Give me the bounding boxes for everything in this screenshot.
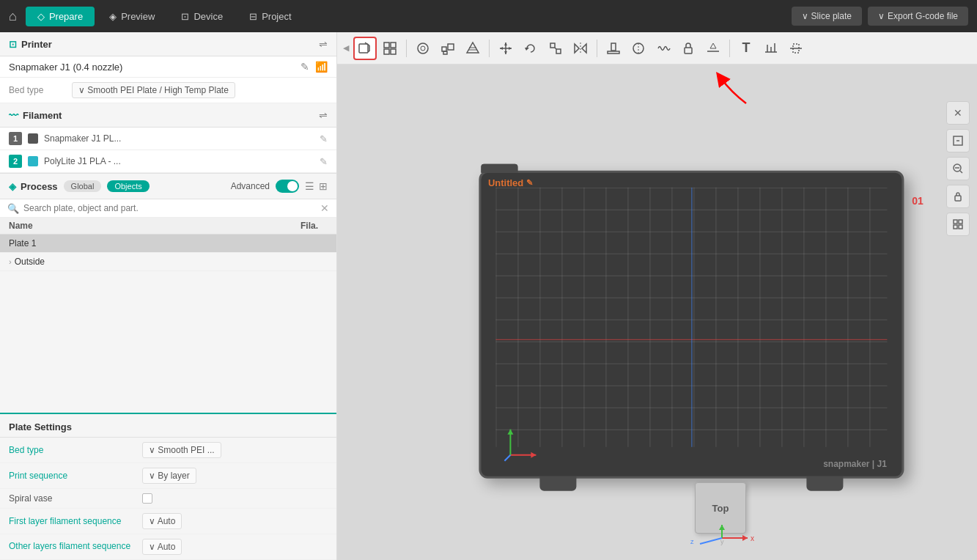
svg-rect-53	[955, 196, 961, 201]
svg-rect-0	[359, 44, 368, 53]
filament-icon: 〰	[9, 110, 18, 121]
svg-rect-33	[685, 48, 692, 54]
list-item-plate1[interactable]: Plate 1	[0, 235, 336, 253]
lock-button[interactable]	[676, 37, 700, 60]
process-icons: ☰ ⊞	[305, 180, 328, 192]
svg-rect-54	[954, 220, 957, 224]
flatten-button[interactable]	[701, 37, 725, 60]
object-list: Name Fila. Plate 1 › Outside	[0, 218, 336, 413]
lock-view-button[interactable]	[946, 185, 970, 208]
wifi-icon[interactable]: 📶	[315, 61, 328, 73]
top-nav: ⌂ ◇ Prepare ◈ Preview ⊡ Device ⊟ Project…	[0, 0, 977, 32]
filament-item-2[interactable]: 2 PolyLite J1 PLA - ... ✎	[0, 150, 336, 173]
grid-view-button[interactable]	[378, 37, 402, 60]
svg-line-64	[700, 538, 722, 544]
printer-edit-icon[interactable]: ✎	[301, 61, 309, 73]
filament-edit-2[interactable]: ✎	[320, 156, 328, 167]
setting-bed-type-select[interactable]: ∨ Smooth PEI ...	[142, 442, 221, 458]
setting-first-layer: First layer filament sequence ∨ Auto	[0, 509, 336, 534]
setting-print-seq-select[interactable]: ∨ By layer	[142, 468, 196, 484]
setting-other-layers-select[interactable]: ∨ Auto	[142, 539, 182, 555]
svg-line-51	[960, 171, 962, 173]
global-tag-button[interactable]: Global	[64, 180, 102, 192]
svg-marker-22	[525, 48, 529, 51]
slice-plate-button[interactable]: ∨ Slice plate	[792, 7, 862, 26]
tab-device[interactable]: ⊡ Device	[169, 7, 235, 26]
svg-point-9	[421, 46, 425, 51]
export-gcode-button[interactable]: ∨ Export G-code file	[868, 7, 968, 26]
zoom-out-button[interactable]	[946, 157, 970, 180]
cut-button[interactable]	[784, 37, 808, 60]
filament-edit-1[interactable]: ✎	[320, 133, 328, 144]
orientation-cube[interactable]: Top x y z	[689, 479, 755, 545]
close-sidebar-button[interactable]: ✕	[946, 101, 970, 125]
arrange-button[interactable]	[436, 37, 460, 60]
fuzzy-button[interactable]	[652, 37, 675, 60]
svg-point-31	[633, 43, 644, 54]
printer-bed: Untitled ✎ snapmaker | J1 01	[479, 171, 904, 479]
filament-settings-icon[interactable]: ⇌	[319, 109, 328, 121]
filament-header-icons: ⇌	[319, 109, 328, 121]
export-dropdown-arrow[interactable]: ∨	[878, 11, 885, 21]
plate-number: 01	[912, 195, 923, 207]
process-left: ◈ Process Global Objects	[9, 180, 150, 192]
tab-preview[interactable]: ◈ Preview	[97, 7, 166, 26]
printer-section-header: ⊡ Printer ⇌	[0, 32, 336, 56]
svg-rect-12	[443, 51, 447, 54]
toolbar-arrow-left[interactable]: ◀	[343, 43, 349, 53]
printer-settings-icon[interactable]: ⇌	[319, 38, 328, 50]
slice-dropdown-arrow[interactable]: ∨	[802, 11, 808, 21]
search-clear-icon[interactable]: ✕	[320, 202, 329, 214]
setting-print-sequence: Print sequence ∨ By layer	[0, 463, 336, 489]
tab-prepare[interactable]: ◇ Prepare	[26, 7, 95, 26]
spiral-vase-checkbox[interactable]	[142, 493, 152, 504]
process-grid-icon[interactable]: ⊞	[319, 180, 328, 192]
bed-type-row: Bed type ∨ Smooth PEI Plate / High Temp …	[0, 78, 336, 103]
scale-button[interactable]	[544, 37, 567, 60]
svg-rect-55	[959, 220, 962, 224]
printer-name-icons: ✎ 📶	[301, 61, 328, 73]
setting-first-layer-select[interactable]: ∨ Auto	[142, 513, 182, 529]
support-button[interactable]	[602, 37, 625, 60]
rotate-button[interactable]	[519, 37, 542, 60]
setting-first-layer-label: First layer filament sequence	[9, 516, 133, 526]
svg-rect-30	[608, 51, 619, 54]
process-list-icon[interactable]: ☰	[305, 180, 314, 192]
home-icon[interactable]: ⌂	[9, 9, 17, 24]
device-icon: ⊡	[181, 11, 189, 22]
bed-type-select[interactable]: ∨ Smooth PEI Plate / High Temp Plate	[72, 82, 235, 98]
tab-project[interactable]: ⊟ Project	[237, 7, 303, 26]
objects-tag-button[interactable]: Objects	[107, 180, 149, 192]
text-button[interactable]: T	[734, 37, 758, 60]
slice-icon[interactable]	[461, 37, 484, 60]
setting-bed-type-label: Bed type	[9, 445, 133, 455]
toolbar-sep-2	[489, 40, 490, 57]
advanced-toggle[interactable]	[276, 180, 299, 193]
toolbar-sep-1	[406, 40, 407, 57]
plate-title: Untitled ✎	[488, 177, 533, 188]
toolbar-sep-3	[597, 40, 597, 57]
printer-header-icons: ⇌	[319, 38, 328, 50]
add-object-button[interactable]	[353, 37, 377, 60]
filament-swatch-2	[28, 156, 38, 166]
main-layout: ⊡ Printer ⇌ Snapmaker J1 (0.4 nozzle) ✎ …	[0, 32, 977, 560]
move-button[interactable]	[494, 37, 517, 60]
view-options-button[interactable]	[946, 213, 970, 236]
plate-edit-icon[interactable]: ✎	[526, 178, 533, 188]
viewport: Untitled ✎ snapmaker | J1 01	[337, 65, 977, 560]
col-fila-header: Fila.	[291, 221, 328, 231]
orientation-cube-area: Top x y z	[689, 479, 755, 545]
zoom-fit-button[interactable]	[946, 129, 970, 152]
search-input[interactable]	[23, 203, 316, 213]
advanced-label: Advanced	[231, 181, 270, 191]
orient-button[interactable]	[411, 37, 435, 60]
svg-marker-46	[507, 430, 513, 435]
svg-text:z: z	[690, 538, 694, 545]
filament-item-1[interactable]: 1 Snapmaker J1 PL... ✎	[0, 128, 336, 150]
height-map-button[interactable]	[759, 37, 783, 60]
seam-button[interactable]	[627, 37, 650, 60]
svg-point-8	[418, 43, 428, 54]
svg-marker-59	[742, 535, 748, 541]
mirror-button[interactable]	[569, 37, 592, 60]
list-item-outside[interactable]: › Outside	[0, 253, 336, 271]
